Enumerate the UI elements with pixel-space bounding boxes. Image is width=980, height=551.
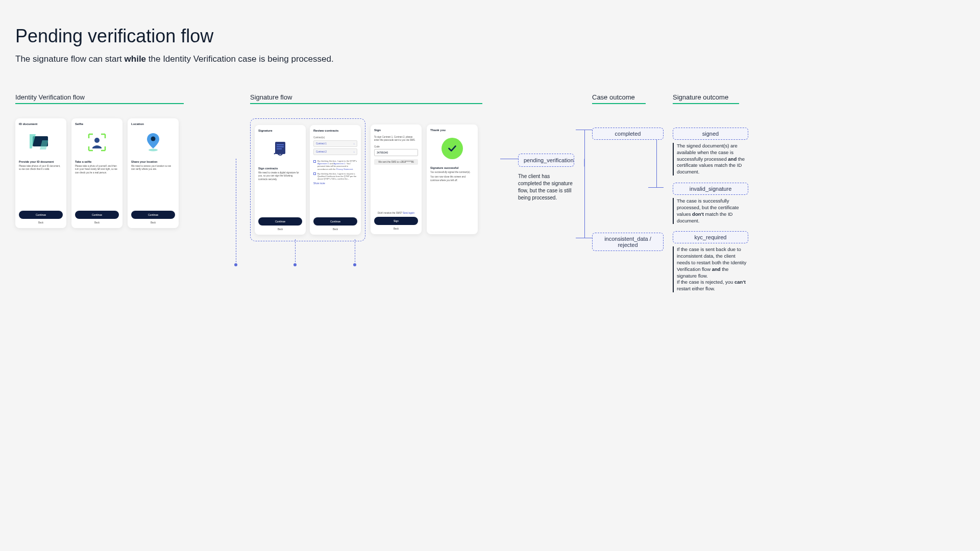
id-card-icon [19,130,63,155]
download-icon[interactable]: ↓ [354,142,355,145]
outcome-signed: signed [673,128,748,140]
contracts-label: Contract(s) [313,136,357,139]
continue-button[interactable]: Continue [258,217,302,226]
outcome-invalid-text: The case is successfully processed, but … [673,198,748,224]
svg-rect-8 [277,146,284,147]
code-input[interactable]: 34789340 [374,149,418,156]
card-title: Selfie [75,122,119,126]
continue-button[interactable]: Continue [131,211,175,219]
code-label: Code [374,145,418,148]
back-button[interactable]: Back [75,221,119,224]
page-title: Pending verification flow [15,26,761,47]
section-label-idv: Identity Verification flow [15,93,184,104]
svg-rect-9 [277,148,282,149]
pending-description: The client has completed the signature f… [518,173,574,202]
back-button[interactable]: Back [131,221,175,224]
contract-link-1[interactable]: Contract 1↓ [313,140,357,147]
back-button[interactable]: Back [313,228,357,231]
back-button[interactable]: Back [19,221,63,224]
svg-point-3 [94,138,100,143]
card-heading: Signature successful [430,166,474,169]
card-body-2: You can now close this screen and contin… [430,176,474,182]
section-label-signature: Signature flow [250,93,482,104]
outcome-kyc-required: kyc_required [673,231,748,243]
section-label-case-outcome: Case outcome [592,93,646,104]
contract-link-2[interactable]: Contract 2↓ [313,148,357,155]
checkbox-agreement-1[interactable]: By checking this box, I agree to the QTS… [313,160,357,170]
phone-card-id-document: ID document Provide your ID document Ple… [15,118,66,228]
sign-button[interactable]: Sign [374,217,418,225]
send-again-link[interactable]: Send again [403,212,414,214]
pending-verification-group: pending_verification The client has comp… [518,154,574,202]
back-button[interactable]: Back [374,228,418,230]
card-heading: Sign contracts [258,167,302,170]
phone-card-sign: Sign To sign Contract 1, Contract 2, ple… [371,124,422,234]
location-pin-icon [131,130,175,155]
state-pending-verification: pending_verification [518,154,574,167]
card-heading: Provide your ID document [19,160,63,163]
success-check-icon [430,136,474,161]
card-body: To sign Contract 1, Contract 2, please e… [374,136,418,142]
phone-card-review: Review contracts Contract(s) Contract 1↓… [310,125,361,235]
sms-sent-notice: We sent the SMS to +2818******86 [374,159,418,165]
connector-line [584,130,585,238]
svg-rect-6 [275,142,285,154]
page-subtitle: The signature flow can start while the I… [15,54,761,64]
card-body: We need to create a digital signature fo… [258,171,302,181]
card-title: ID document [19,122,63,126]
continue-button[interactable]: Continue [19,211,63,219]
card-body: We need to access your location so we ca… [131,165,175,171]
continue-button[interactable]: Continue [313,217,357,226]
card-title: Sign [374,129,418,132]
outcome-signed-text: The signed document(s) are available whe… [673,143,748,176]
back-button[interactable]: Back [258,228,302,231]
outcome-kyc-text: If the case is sent back due to inconsis… [673,246,748,292]
card-body: You successfully signed the contract(s). [430,171,474,174]
outcome-invalid-signature: invalid_signature [673,183,748,195]
card-title: Review contracts [313,129,357,132]
signature-group-highlight: Signature Sign contracts We need to crea… [250,118,365,241]
svg-rect-7 [277,144,284,145]
card-title: Location [131,122,175,126]
card-heading: Share your location [131,160,175,163]
phone-card-thank-you: Thank you Signature successful You succe… [427,124,478,234]
phone-card-signature: Signature Sign contracts We need to crea… [255,125,306,235]
card-title: Signature [258,129,302,132]
svg-point-5 [149,149,158,152]
card-heading: Take a selfie [75,160,119,163]
card-body: Please take photos of your ID document, … [19,165,63,171]
continue-button[interactable]: Continue [75,211,119,219]
signature-scroll-icon [258,136,302,162]
checkbox-icon[interactable] [313,172,316,175]
section-label-signature-outcome: Signature outcome [673,93,739,104]
phone-card-location: Location Share your location We need to … [128,118,179,228]
card-title: Thank you [430,129,474,132]
checkbox-agreement-2[interactable]: By checking this box, I agree to request… [313,172,357,181]
outcome-inconsistent-rejected: inconsistent_data / rejected [592,233,664,251]
checkbox-icon[interactable] [313,160,316,163]
download-icon[interactable]: ↓ [354,151,355,153]
outcome-completed: completed [592,128,664,140]
svg-point-4 [151,137,156,141]
selfie-icon [75,130,119,155]
card-body: Please take a photo of yourself, and the… [75,165,119,174]
resend-sms: Didn't receive the SMS? Send again [374,212,418,214]
phone-card-selfie: Selfie Take a selfie Please take a photo… [71,118,122,228]
